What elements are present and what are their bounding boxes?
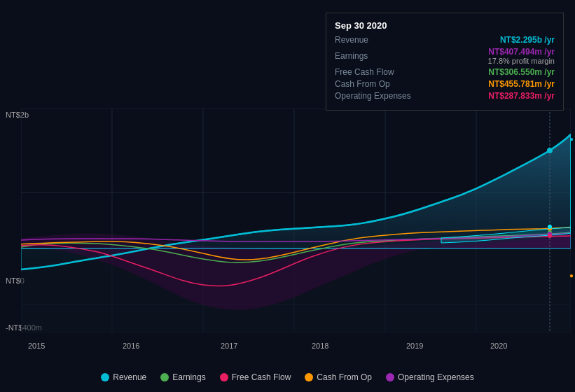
legend-revenue[interactable]: Revenue: [101, 372, 146, 382]
tooltip-revenue-label: Revenue: [335, 35, 368, 45]
legend: Revenue Earnings Free Cash Flow Cash Fro…: [0, 372, 575, 382]
legend-dot-fcf: [220, 373, 228, 382]
tooltip-earnings-label: Earnings: [335, 51, 368, 61]
tooltip-box: Sep 30 2020 Revenue NT$2.295b /yr Earnin…: [326, 13, 564, 111]
x-label-2019: 2019: [406, 342, 423, 350]
tooltip-earnings-value: NT$407.494m /yr: [488, 47, 555, 57]
x-label-2016: 2016: [123, 342, 139, 350]
legend-label-revenue: Revenue: [113, 372, 146, 382]
chart-svg: [21, 108, 571, 332]
legend-label-fcf: Free Cash Flow: [232, 372, 291, 382]
tooltip-opex-label: Operating Expenses: [335, 91, 411, 101]
tooltip-fcf-row: Free Cash Flow NT$306.550m /yr: [335, 67, 555, 77]
legend-label-opex: Operating Expenses: [398, 372, 474, 382]
tooltip-revenue-row: Revenue NT$2.295b /yr: [335, 35, 555, 45]
right-label-revenue: ●: [569, 135, 574, 143]
tooltip-cashfromop-row: Cash From Op NT$455.781m /yr: [335, 79, 555, 89]
legend-dot-revenue: [101, 373, 109, 382]
tooltip-cashfromop-value: NT$455.781m /yr: [488, 79, 555, 89]
tooltip-opex-value: NT$287.833m /yr: [488, 91, 555, 101]
tooltip-earnings-values: NT$407.494m /yr 17.8% profit margin: [488, 47, 555, 65]
tooltip-opex-row: Operating Expenses NT$287.833m /yr: [335, 91, 555, 101]
tooltip-revenue-value: NT$2.295b /yr: [500, 35, 555, 45]
revenue-dot: [547, 148, 553, 153]
legend-dot-opex: [386, 373, 394, 382]
tooltip-earnings-row: Earnings NT$407.494m /yr 17.8% profit ma…: [335, 47, 555, 65]
tooltip-profit-margin: 17.8% profit margin: [488, 57, 555, 65]
x-label-2018: 2018: [312, 342, 328, 350]
legend-fcf[interactable]: Free Cash Flow: [220, 372, 291, 382]
legend-cashfromop[interactable]: Cash From Op: [305, 372, 372, 382]
teal-dot: [548, 225, 552, 229]
tooltip-date: Sep 30 2020: [335, 20, 555, 31]
legend-opex[interactable]: Operating Expenses: [386, 372, 474, 382]
tooltip-cashfromop-label: Cash From Op: [335, 79, 390, 89]
tooltip-fcf-label: Free Cash Flow: [335, 67, 394, 77]
fcf-dot: [548, 234, 552, 238]
right-label-cashfromop: ●: [569, 272, 574, 279]
x-label-2015: 2015: [28, 342, 45, 350]
legend-label-earnings: Earnings: [172, 372, 205, 382]
legend-label-cashfromop: Cash From Op: [317, 372, 372, 382]
legend-dot-cashfromop: [305, 373, 313, 382]
x-label-2017: 2017: [221, 342, 237, 350]
legend-dot-earnings: [160, 373, 169, 382]
legend-earnings[interactable]: Earnings: [160, 372, 205, 382]
chart-container: Sep 30 2020 Revenue NT$2.295b /yr Earnin…: [0, 0, 575, 392]
tooltip-fcf-value: NT$306.550m /yr: [488, 67, 555, 77]
x-label-2020: 2020: [490, 342, 507, 350]
